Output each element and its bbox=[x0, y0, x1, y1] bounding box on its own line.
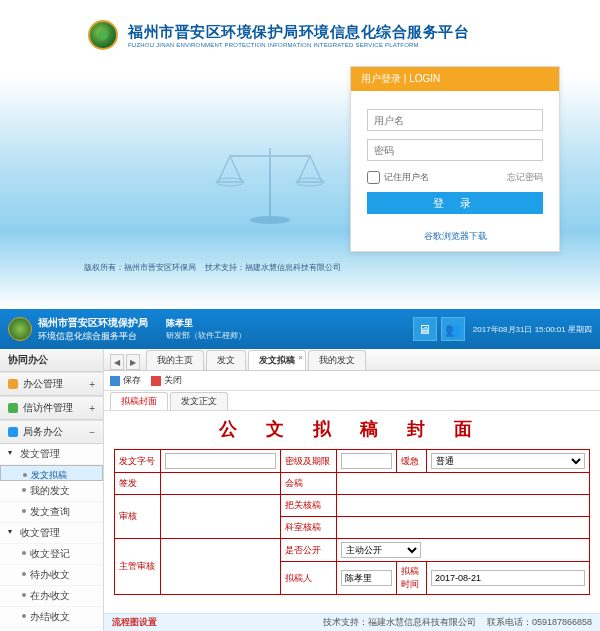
logo-icon bbox=[88, 20, 118, 50]
sidebar-item-receive-mgmt[interactable]: ▾收文管理 bbox=[0, 523, 103, 544]
sidebar-item-draft[interactable]: 发文拟稿 bbox=[0, 465, 103, 481]
tab-home[interactable]: 我的主页 bbox=[146, 350, 204, 370]
form-title: 公 文 拟 稿 封 面 bbox=[114, 417, 590, 441]
label-section-review: 科室核稿 bbox=[281, 517, 337, 539]
sub-tabs: 拟稿封面 发文正文 bbox=[104, 391, 600, 411]
user-block: 陈孝里 研发部（软件工程师） bbox=[166, 317, 246, 341]
app-logo-icon bbox=[8, 317, 32, 341]
header-clock: 2017年08月31日 15:00:01 星期四 bbox=[473, 324, 592, 335]
tabs-next-button[interactable]: ▶ bbox=[126, 354, 140, 370]
user-role: 研发部（软件工程师） bbox=[166, 330, 246, 341]
remember-checkbox-input[interactable] bbox=[367, 171, 380, 184]
save-button[interactable]: 保存 bbox=[110, 374, 141, 387]
workflow-config-link[interactable]: 流程图设置 bbox=[112, 616, 157, 629]
brand-title-en: FUZHOU JINAN ENVIRONMENT PROTECTION INFO… bbox=[128, 42, 469, 48]
select-public[interactable]: 主动公开 bbox=[341, 542, 421, 558]
tab-send[interactable]: 发文 bbox=[206, 350, 246, 370]
scales-illustration bbox=[200, 140, 340, 230]
sidebar-item-receive-processing[interactable]: 在办收文 bbox=[0, 586, 103, 607]
username-input[interactable] bbox=[367, 109, 543, 131]
sidebar-group-petition-mgmt[interactable]: 信访件管理+ bbox=[0, 396, 103, 420]
sidebar-item-receive-pending[interactable]: 待办收文 bbox=[0, 565, 103, 586]
input-drafttime[interactable] bbox=[431, 570, 585, 586]
login-card: 用户登录 | LOGIN 记住用户名 忘记密码 登 录 谷歌浏览器下载 bbox=[350, 66, 560, 252]
tabs-prev-button[interactable]: ◀ bbox=[110, 354, 124, 370]
header-users-icon[interactable]: 👥 bbox=[441, 317, 465, 341]
app-title-line2: 环境信息化综合服务平台 bbox=[38, 330, 148, 343]
label-urgency: 缓急 bbox=[397, 450, 427, 473]
sidebar-item-send-query[interactable]: 发文查询 bbox=[0, 502, 103, 523]
label-review: 审核 bbox=[115, 495, 161, 539]
label-supervisor: 主管审核 bbox=[115, 539, 161, 595]
label-office-review: 把关核稿 bbox=[281, 495, 337, 517]
close-icon bbox=[151, 376, 161, 386]
login-screen: 福州市晋安区环境保护局环境信息化综合服务平台 FUZHOU JINAN ENVI… bbox=[0, 0, 600, 309]
doc-icon bbox=[8, 427, 18, 437]
subtab-cover[interactable]: 拟稿封面 bbox=[110, 392, 168, 410]
close-button[interactable]: 关闭 bbox=[151, 374, 182, 387]
status-bar: 流程图设置 技术支持：福建水慧信息科技有限公司 联系电话：05918786685… bbox=[104, 613, 600, 631]
label-docno: 发文字号 bbox=[115, 450, 161, 473]
label-signoff: 签发 bbox=[115, 473, 161, 495]
sidebar-item-my-send[interactable]: 我的发文 bbox=[0, 481, 103, 502]
sidebar: 协同办公 办公管理+ 信访件管理+ 局务办公− ▾发文管理 发文拟稿 我的发文 … bbox=[0, 349, 104, 631]
app-screen: 福州市晋安区环境保护局 环境信息化综合服务平台 陈孝里 研发部（软件工程师） 🖥… bbox=[0, 309, 600, 631]
select-urgency[interactable]: 普通 bbox=[431, 453, 585, 469]
sidebar-group-office-mgmt[interactable]: 办公管理+ bbox=[0, 372, 103, 396]
remember-checkbox[interactable]: 记住用户名 忘记密码 bbox=[367, 171, 543, 184]
tab-mysend[interactable]: 我的发文 bbox=[308, 350, 366, 370]
app-header: 福州市晋安区环境保护局 环境信息化综合服务平台 陈孝里 研发部（软件工程师） 🖥… bbox=[0, 309, 600, 349]
status-tech: 技术支持：福建水慧信息科技有限公司 bbox=[323, 617, 476, 627]
main-tabs: ◀ ▶ 我的主页 发文 发文拟稿× 我的发文 bbox=[104, 349, 600, 371]
input-secrecy[interactable] bbox=[341, 453, 392, 469]
label-countersign: 会稿 bbox=[281, 473, 337, 495]
copyright: 版权所有：福州市晋安区环保局 技术支持：福建水慧信息科技有限公司 bbox=[84, 262, 341, 273]
label-secrecy: 密级及期限 bbox=[281, 450, 337, 473]
sidebar-header: 协同办公 bbox=[0, 349, 103, 372]
brand-title-cn: 福州市晋安区环境保护局环境信息化综合服务平台 bbox=[128, 23, 469, 42]
label-drafttime: 拟稿时间 bbox=[397, 562, 427, 595]
sidebar-group-bureau-office[interactable]: 局务办公− bbox=[0, 420, 103, 444]
mail-icon bbox=[8, 403, 18, 413]
main-area: ◀ ▶ 我的主页 发文 发文拟稿× 我的发文 保存 关闭 拟稿封面 发文正文 公… bbox=[104, 349, 600, 631]
sidebar-item-receive-register[interactable]: 收文登记 bbox=[0, 544, 103, 565]
form-area: 公 文 拟 稿 封 面 发文字号 密级及期限 缓急 普通 签发 会稿 bbox=[104, 411, 600, 613]
login-card-header: 用户登录 | LOGIN bbox=[351, 67, 559, 91]
label-drafter: 拟稿人 bbox=[281, 562, 337, 595]
svg-point-4 bbox=[250, 216, 290, 224]
folder-icon bbox=[8, 379, 18, 389]
input-drafter[interactable] bbox=[341, 570, 392, 586]
login-button[interactable]: 登 录 bbox=[367, 192, 543, 214]
app-title-line1: 福州市晋安区环境保护局 bbox=[38, 316, 148, 330]
header-monitor-icon[interactable]: 🖥 bbox=[413, 317, 437, 341]
input-docno[interactable] bbox=[165, 453, 276, 469]
user-name: 陈孝里 bbox=[166, 317, 246, 330]
brand: 福州市晋安区环境保护局环境信息化综合服务平台 FUZHOU JINAN ENVI… bbox=[0, 0, 600, 56]
password-input[interactable] bbox=[367, 139, 543, 161]
sidebar-item-send-mgmt[interactable]: ▾发文管理 bbox=[0, 444, 103, 465]
forgot-link[interactable]: 忘记密码 bbox=[507, 171, 543, 184]
document-form-table: 发文字号 密级及期限 缓急 普通 签发 会稿 审核 bbox=[114, 449, 590, 595]
status-phone: 联系电话：059187866858 bbox=[487, 617, 592, 627]
subtab-body[interactable]: 发文正文 bbox=[170, 392, 228, 410]
label-public: 是否公开 bbox=[281, 539, 337, 562]
sidebar-item-receive-done[interactable]: 办结收文 bbox=[0, 607, 103, 628]
toolbar: 保存 关闭 bbox=[104, 371, 600, 391]
browser-download-link[interactable]: 谷歌浏览器下载 bbox=[351, 222, 559, 251]
tab-draft[interactable]: 发文拟稿× bbox=[248, 350, 306, 370]
save-icon bbox=[110, 376, 120, 386]
close-icon[interactable]: × bbox=[298, 353, 303, 362]
